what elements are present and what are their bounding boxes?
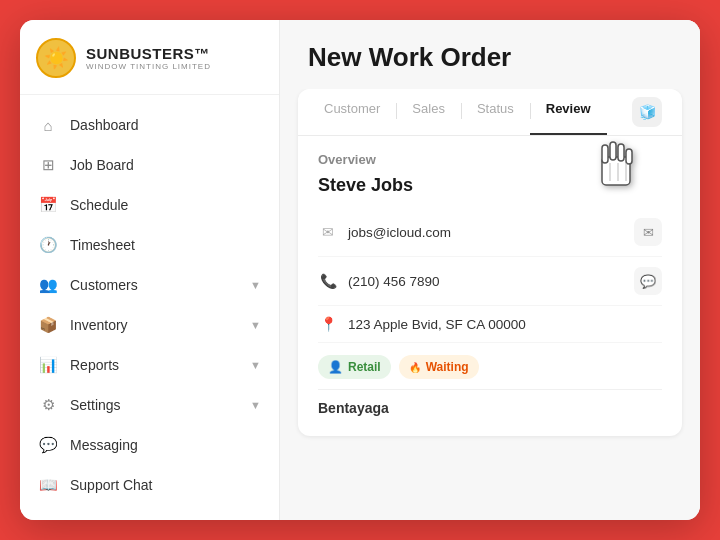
sidebar-item-dashboard[interactable]: ⌂ Dashboard	[20, 105, 279, 145]
sidebar-logo: ☀️ SUNBUSTERS™ WINDOW TINTING LIMITED	[20, 20, 279, 95]
brand-name: SUNBUSTERS™	[86, 45, 211, 62]
sidebar-item-customers[interactable]: 👥 Customers ▼	[20, 265, 279, 305]
main-body: Customer Sales Status Review 🧊 Overview …	[280, 89, 700, 520]
inventory-icon: 📦	[38, 315, 58, 335]
schedule-icon: 📅	[38, 195, 58, 215]
tag-retail: 👤 Retail	[318, 355, 391, 379]
settings-icon: ⚙	[38, 395, 58, 415]
tab-customer[interactable]: Customer	[308, 89, 396, 135]
work-order-card: Customer Sales Status Review 🧊 Overview …	[298, 89, 682, 436]
reports-label: Reports	[70, 357, 238, 373]
sidebar: ☀️ SUNBUSTERS™ WINDOW TINTING LIMITED ⌂ …	[20, 20, 280, 520]
tab-sales[interactable]: Sales	[396, 89, 461, 135]
logo-text: SUNBUSTERS™ WINDOW TINTING LIMITED	[86, 45, 211, 71]
sidebar-item-timesheet[interactable]: 🕐 Timesheet	[20, 225, 279, 265]
sidebar-item-job-board[interactable]: ⊞ Job Board	[20, 145, 279, 185]
dashboard-label: Dashboard	[70, 117, 261, 133]
retail-icon: 👤	[328, 360, 343, 374]
customers-icon: 👥	[38, 275, 58, 295]
sidebar-item-schedule[interactable]: 📅 Schedule	[20, 185, 279, 225]
tabs-bar: Customer Sales Status Review 🧊	[298, 89, 682, 136]
settings-chevron: ▼	[250, 399, 261, 411]
sidebar-item-reports[interactable]: 📊 Reports ▼	[20, 345, 279, 385]
logo-icon: ☀️	[36, 38, 76, 78]
tab-extra: 🧊	[622, 89, 672, 135]
customers-label: Customers	[70, 277, 238, 293]
sidebar-item-support-chat[interactable]: 📖 Support Chat	[20, 465, 279, 505]
next-section-label: Bentayaga	[318, 389, 662, 420]
main-content: New Work Order Customer Sales Status Rev…	[280, 20, 700, 520]
brand-sub: WINDOW TINTING LIMITED	[86, 62, 211, 71]
phone-row: 📞 (210) 456 7890 💬	[318, 257, 662, 306]
timesheet-label: Timesheet	[70, 237, 261, 253]
job-board-icon: ⊞	[38, 155, 58, 175]
support-chat-label: Support Chat	[70, 477, 261, 493]
waiting-label: Waiting	[426, 360, 469, 374]
messaging-label: Messaging	[70, 437, 261, 453]
address-text: 123 Apple Bvid, SF CA 00000	[348, 317, 662, 332]
overview-content: Overview Steve Jobs ✉ jobs@icloud.com ✉ …	[298, 136, 682, 436]
schedule-label: Schedule	[70, 197, 261, 213]
retail-label: Retail	[348, 360, 381, 374]
app-window: ☀️ SUNBUSTERS™ WINDOW TINTING LIMITED ⌂ …	[20, 20, 700, 520]
phone-text: (210) 456 7890	[348, 274, 624, 289]
address-row: 📍 123 Apple Bvid, SF CA 00000	[318, 306, 662, 343]
messaging-icon: 💬	[38, 435, 58, 455]
sidebar-item-messaging[interactable]: 💬 Messaging	[20, 425, 279, 465]
settings-label: Settings	[70, 397, 238, 413]
timesheet-icon: 🕐	[38, 235, 58, 255]
customer-name: Steve Jobs	[318, 175, 662, 196]
inventory-chevron: ▼	[250, 319, 261, 331]
sidebar-nav: ⌂ Dashboard ⊞ Job Board 📅 Schedule 🕐 Tim…	[20, 95, 279, 520]
tags-row: 👤 Retail 🔥 Waiting	[318, 343, 662, 383]
inventory-label: Inventory	[70, 317, 238, 333]
page-title: New Work Order	[308, 42, 672, 73]
dashboard-icon: ⌂	[38, 115, 58, 135]
email-action-btn[interactable]: ✉	[634, 218, 662, 246]
reports-icon: 📊	[38, 355, 58, 375]
phone-action-btn[interactable]: 💬	[634, 267, 662, 295]
phone-icon: 📞	[318, 273, 338, 289]
sidebar-item-settings[interactable]: ⚙ Settings ▼	[20, 385, 279, 425]
email-row: ✉ jobs@icloud.com ✉	[318, 208, 662, 257]
waiting-icon: 🔥	[409, 362, 421, 373]
address-icon: 📍	[318, 316, 338, 332]
main-header: New Work Order	[280, 20, 700, 89]
customers-chevron: ▼	[250, 279, 261, 291]
tab-review[interactable]: Review	[530, 89, 607, 135]
overview-label: Overview	[318, 152, 662, 167]
tag-waiting: 🔥 Waiting	[399, 355, 479, 379]
email-icon: ✉	[318, 224, 338, 240]
support-chat-icon: 📖	[38, 475, 58, 495]
reports-chevron: ▼	[250, 359, 261, 371]
sidebar-item-inventory[interactable]: 📦 Inventory ▼	[20, 305, 279, 345]
tab-status[interactable]: Status	[461, 89, 530, 135]
tab-extra-icon[interactable]: 🧊	[632, 97, 662, 127]
job-board-label: Job Board	[70, 157, 261, 173]
email-text: jobs@icloud.com	[348, 225, 624, 240]
